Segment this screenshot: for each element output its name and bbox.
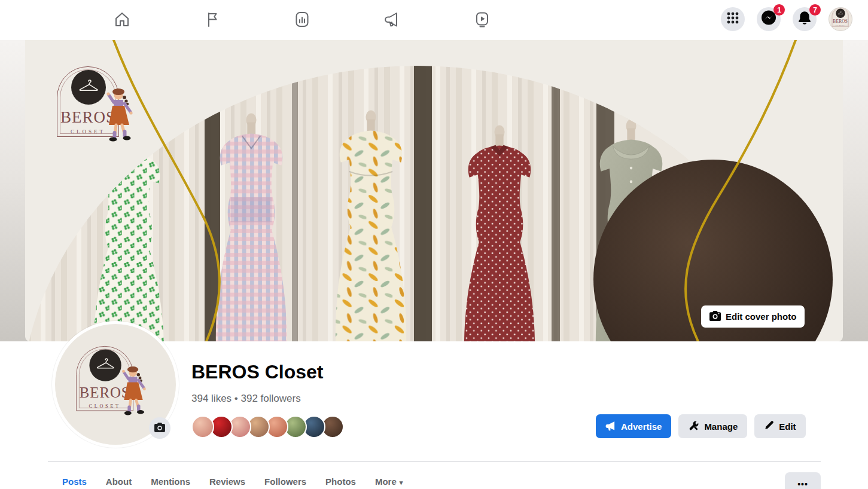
tab-about[interactable]: About (96, 469, 141, 489)
advertise-button[interactable]: Advertise (596, 414, 671, 438)
tools-icon (688, 420, 699, 433)
tab-followers[interactable]: Followers (255, 469, 316, 489)
edit-label: Edit (779, 421, 796, 432)
hanger-icon (71, 70, 106, 105)
megaphone-icon (383, 10, 401, 30)
edit-profile-picture-button[interactable] (149, 417, 170, 439)
profile-picture-logo: BEROS CLOSET (65, 338, 147, 426)
messenger-button[interactable]: 1 (757, 7, 781, 31)
page-actions: Advertise Manage Edit (596, 414, 806, 438)
messenger-badge: 1 (773, 4, 785, 16)
cover-art (25, 40, 843, 341)
grid-menu-icon (726, 11, 740, 27)
manage-button[interactable]: Manage (678, 414, 747, 438)
page-tab-bar: Posts About Mentions Reviews Followers P… (53, 469, 412, 489)
manage-label: Manage (704, 421, 738, 432)
nav-tab-insights[interactable] (287, 5, 317, 35)
tab-posts[interactable]: Posts (53, 469, 96, 489)
bar-chart-icon (293, 10, 311, 30)
pencil-icon (764, 420, 774, 432)
advertise-label: Advertise (621, 421, 662, 432)
flag-icon (203, 10, 221, 30)
brand-subtitle: CLOSET (829, 25, 852, 26)
apps-menu-button[interactable] (721, 7, 745, 31)
profile-picture[interactable]: BEROS CLOSET (52, 321, 179, 448)
account-avatar[interactable]: BEROS CLOSET (829, 7, 852, 31)
nav-tab-pages[interactable] (197, 5, 227, 35)
hanger-icon (89, 349, 121, 381)
section-divider (48, 461, 821, 462)
cover-band: BEROS CLOSET (0, 40, 868, 341)
girl-mascot (118, 363, 148, 418)
tab-reviews[interactable]: Reviews (200, 469, 255, 489)
cover-photo: BEROS CLOSET (25, 40, 843, 341)
nav-tab-video[interactable] (467, 5, 497, 35)
more-options-button[interactable]: ••• (785, 472, 821, 489)
account-avatar-logo: BEROS CLOSET (829, 7, 852, 31)
tab-more-label: More (375, 476, 397, 487)
nav-tab-home[interactable] (107, 5, 137, 35)
home-icon (113, 10, 131, 30)
page-title: BEROS Closet (191, 361, 323, 383)
tab-more[interactable]: More▾ (366, 469, 412, 489)
nav-tab-ad-center[interactable] (377, 5, 407, 35)
follower-avatar[interactable] (191, 415, 214, 438)
camera-icon (709, 311, 721, 323)
video-play-icon (473, 10, 491, 30)
page-stats[interactable]: 394 likes • 392 followers (191, 393, 301, 405)
cover-brand-logo: BEROS CLOSET (44, 58, 134, 154)
hanger-icon (836, 8, 845, 18)
tab-photos[interactable]: Photos (316, 469, 366, 489)
edit-cover-photo-button[interactable]: Edit cover photo (701, 305, 805, 328)
top-navigation: 1 7 BEROS CLOSET (0, 0, 868, 40)
notifications-badge: 7 (809, 4, 821, 16)
notifications-button[interactable]: 7 (793, 7, 817, 31)
edit-button[interactable]: Edit (754, 414, 805, 438)
edit-cover-photo-label: Edit cover photo (726, 311, 796, 322)
megaphone-icon (605, 420, 616, 433)
brand-name: BEROS (829, 19, 852, 24)
follower-avatar-stack (191, 415, 344, 438)
camera-icon (154, 423, 165, 434)
tab-mentions[interactable]: Mentions (141, 469, 200, 489)
girl-mascot (103, 85, 135, 145)
chevron-down-icon: ▾ (400, 479, 403, 486)
